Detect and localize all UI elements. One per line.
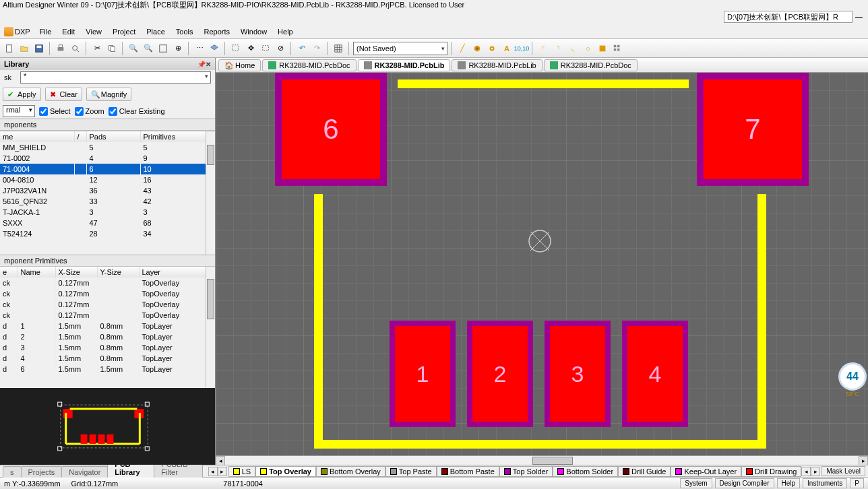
deselect-icon[interactable]: ⊘ (274, 42, 287, 55)
component-preview[interactable] (0, 388, 215, 465)
table-row[interactable]: ck0.127mmTopOverlay (0, 278, 215, 288)
components-grid[interactable]: me / Pads Primitives MM_SHIELD5571-00024… (0, 131, 215, 255)
col-ysize[interactable]: Y-Size (97, 267, 139, 278)
scroll-left-icon[interactable]: ◂ (216, 456, 225, 465)
table-header[interactable]: me / Pads Primitives (0, 131, 215, 142)
mode-combo[interactable]: rmal (3, 105, 35, 117)
table-row[interactable]: 5616_QFN323342 (0, 196, 215, 207)
table-row[interactable]: 71-000249 (0, 153, 215, 164)
scroll-right-icon[interactable]: ▸ (859, 456, 868, 465)
home-tab[interactable]: 🏠Home (218, 59, 261, 71)
table-row[interactable]: d31.5mm0.8mmTopLayer (0, 342, 215, 353)
doc-tab-1[interactable]: RK3288-MID.PcbDoc (262, 59, 356, 71)
status-design[interactable]: Design Compiler (715, 478, 774, 488)
menu-reports[interactable]: Reports (198, 26, 235, 37)
table-row[interactable]: T5241242834 (0, 228, 215, 239)
layer-keepout[interactable]: Keep-Out Layer (671, 466, 741, 477)
layer-ls[interactable]: LS (228, 466, 255, 477)
table-row[interactable]: MM_SHIELD55 (0, 142, 215, 153)
menu-edit[interactable]: Edit (57, 26, 80, 37)
select-checkbox[interactable]: Select (39, 107, 71, 116)
layer-top-overlay[interactable]: Top Overlay (255, 466, 316, 477)
zoom-icon[interactable]: ⊕ (171, 42, 185, 55)
nav-next2-icon[interactable]: ▸ (811, 467, 820, 476)
array-icon[interactable] (611, 42, 624, 55)
table-row[interactable]: 004-08101216 (0, 174, 215, 185)
menu-window[interactable]: Window (235, 26, 272, 37)
copy-icon[interactable] (105, 42, 119, 55)
close-panel-icon[interactable]: ✕ (206, 61, 212, 67)
preview-icon[interactable] (69, 42, 82, 55)
open-icon[interactable] (18, 42, 31, 55)
pad-3[interactable]: 3 (545, 321, 611, 427)
table-row[interactable]: 71-0004610 (0, 164, 215, 174)
col-name[interactable]: Name (18, 267, 55, 278)
track-icon[interactable]: ╱ (456, 42, 469, 55)
col-pads[interactable]: Pads (86, 131, 140, 142)
undo-icon[interactable]: ↶ (295, 42, 309, 55)
col-prims[interactable]: Primitives (140, 131, 215, 142)
menu-file[interactable]: File (34, 26, 57, 37)
mask-input[interactable]: * (20, 71, 211, 84)
grid-icon[interactable] (332, 42, 345, 55)
dxp-menu[interactable]: DXP (4, 27, 30, 36)
move-icon[interactable]: ✥ (244, 42, 257, 55)
pcb-canvas[interactable]: 6 7 1 2 3 4 44 (216, 73, 868, 455)
dots-icon[interactable]: ⋯ (193, 42, 206, 55)
scroll-thumb[interactable] (207, 279, 214, 319)
tab-projects[interactable]: Projects (21, 466, 63, 478)
table-row[interactable]: d21.5mm0.8mmTopLayer (0, 331, 215, 342)
redo-icon[interactable]: ↷ (310, 42, 323, 55)
table-header[interactable]: e Name X-Size Y-Size Layer (0, 267, 215, 278)
arc-any-icon[interactable]: ◟ (566, 42, 580, 55)
pad-2[interactable]: 2 (467, 321, 533, 427)
scrollbar[interactable] (206, 267, 215, 388)
doc-tab-4[interactable]: RK3288-MID.PcbDoc (544, 59, 638, 71)
apply-button[interactable]: ✔Apply (3, 88, 41, 101)
tab-s[interactable]: s (3, 466, 22, 478)
select-icon[interactable] (229, 42, 243, 55)
col-type[interactable]: e (0, 267, 18, 278)
layer-bottom-overlay[interactable]: Bottom Overlay (316, 466, 385, 477)
col-layer[interactable]: Layer (139, 267, 215, 278)
pad-icon[interactable] (470, 42, 484, 55)
menu-view[interactable]: View (80, 26, 107, 37)
full-circle-icon[interactable]: ○ (581, 42, 594, 55)
clear-button[interactable]: ✖Clear (45, 88, 82, 101)
col-name[interactable]: me (0, 131, 74, 142)
table-row[interactable]: T-JACKA-133 (0, 207, 215, 218)
lasso-icon[interactable] (259, 42, 272, 55)
layer-drill-drawing[interactable]: Drill Drawing (741, 466, 801, 477)
status-system[interactable]: System (680, 478, 712, 488)
tab-navigator[interactable]: Navigator (61, 466, 108, 478)
table-row[interactable]: d41.5mm0.8mmTopLayer (0, 353, 215, 364)
save-icon[interactable] (32, 42, 46, 55)
pin-icon[interactable]: 📌 (197, 61, 204, 67)
layer-top-paste[interactable]: Top Paste (385, 466, 437, 477)
minimize-icon[interactable]: — (852, 13, 865, 21)
pad-1[interactable]: 1 (390, 321, 456, 427)
print-icon[interactable] (54, 42, 67, 55)
zoom-in-icon[interactable]: 🔍 (127, 42, 140, 55)
table-row[interactable]: d61.5mm1.5mmTopLayer (0, 364, 215, 374)
magnify-button[interactable]: 🔍Magnify (86, 88, 132, 101)
status-p[interactable]: P (850, 478, 864, 488)
dimension-icon[interactable]: 10,10 (515, 42, 528, 55)
menu-place[interactable]: Place (141, 26, 170, 37)
col-sort[interactable]: / (74, 131, 86, 142)
layer-drill-guide[interactable]: Drill Guide (618, 466, 671, 477)
pad-7[interactable]: 7 (697, 73, 809, 186)
saved-combo[interactable]: (Not Saved) (353, 42, 447, 55)
zoom-checkbox[interactable]: Zoom (75, 107, 104, 116)
scroll-thumb[interactable] (207, 145, 214, 165)
nav-prev-icon[interactable]: ◂ (208, 467, 218, 476)
primitives-grid[interactable]: e Name X-Size Y-Size Layer ck0.127mmTopO… (0, 267, 215, 388)
clear-existing-checkbox[interactable]: Clear Existing (108, 107, 165, 116)
table-row[interactable]: ck0.127mmTopOverlay (0, 288, 215, 299)
table-row[interactable]: ck0.127mmTopOverlay (0, 310, 215, 321)
path-input[interactable] (724, 11, 852, 23)
table-row[interactable]: ck0.127mmTopOverlay (0, 299, 215, 310)
layers-icon[interactable] (208, 42, 221, 55)
cut-icon[interactable]: ✂ (90, 42, 104, 55)
scroll-thumb[interactable] (532, 457, 573, 465)
